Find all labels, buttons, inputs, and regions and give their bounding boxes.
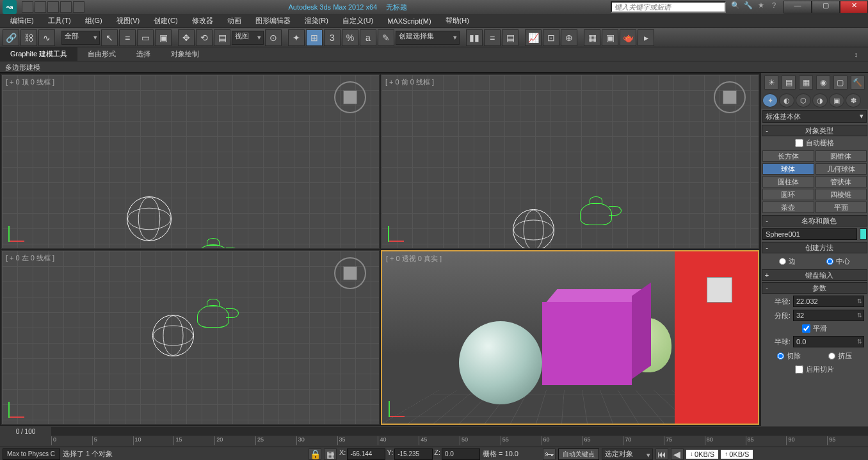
selection-filter-combo[interactable]: 全部 <box>61 31 100 45</box>
viewport-top-label[interactable]: [ + 0 顶 0 线框 ] <box>6 77 54 87</box>
viewport-front[interactable]: [ + 0 前 0 线框 ] <box>381 74 759 249</box>
render-frame-icon[interactable]: ▣ <box>602 29 618 46</box>
radio-chop[interactable]: 切除 <box>777 351 801 361</box>
render-icon[interactable]: 🫖 <box>620 29 636 46</box>
radius-spinner[interactable]: 22.032 <box>793 296 864 307</box>
motion-tab-icon[interactable]: ◑ <box>812 93 828 107</box>
menu-views[interactable]: 视图(V) <box>110 15 147 27</box>
time-ruler[interactable]: 0510152025303540455055606570758085909510… <box>0 436 868 447</box>
material-icon[interactable]: ⊕ <box>561 29 577 46</box>
x-field[interactable]: -66.144 <box>347 448 385 460</box>
help-search-input[interactable] <box>611 1 726 13</box>
segments-spinner[interactable]: 32 <box>793 310 864 321</box>
prev-frame-icon[interactable]: ◀ <box>671 448 684 460</box>
radio-squash[interactable]: 挤压 <box>828 351 852 361</box>
hammer-icon[interactable]: 🔨 <box>851 75 865 90</box>
maximize-button[interactable]: ▢ <box>812 1 840 13</box>
tab-freeform[interactable]: 自由形式 <box>77 47 126 61</box>
select-rect-icon[interactable]: ▭ <box>137 29 154 46</box>
lock-icon[interactable]: ▦ <box>799 75 813 90</box>
star-icon[interactable]: ★ <box>755 1 767 13</box>
primitive-category-combo[interactable]: 标准基本体 <box>762 110 867 123</box>
curve-editor-icon[interactable]: 📈 <box>525 29 542 46</box>
binoculars-icon[interactable]: 🔍 <box>730 1 741 13</box>
menu-rendering[interactable]: 渲染(R) <box>298 15 335 27</box>
prim-tube[interactable]: 管状体 <box>816 176 867 187</box>
radio-center[interactable]: 中心 <box>826 257 850 266</box>
time-track[interactable] <box>51 427 868 436</box>
menu-animation[interactable]: 动画 <box>221 15 248 27</box>
link-icon[interactable]: 🔗 <box>3 29 19 46</box>
tab-paint[interactable]: 对象绘制 <box>161 47 209 61</box>
object-name-input[interactable] <box>762 228 857 240</box>
qat-redo[interactable] <box>73 1 84 13</box>
teapot-wireframe[interactable] <box>188 238 239 249</box>
prim-teapot[interactable]: 茶壶 <box>762 202 814 213</box>
spinner-snap-icon[interactable]: a <box>360 29 376 46</box>
sphere-wireframe[interactable] <box>127 196 172 241</box>
tab-selection[interactable]: 选择 <box>126 47 161 61</box>
modify-tab-icon[interactable]: ◐ <box>779 93 794 107</box>
create-tab-icon[interactable]: ✦ <box>762 93 778 107</box>
viewcube-front[interactable] <box>714 81 746 113</box>
schematic-icon[interactable]: ⊡ <box>543 29 559 46</box>
angle-snap-icon[interactable]: 3 <box>324 29 341 46</box>
named-selection-combo[interactable]: 创建选择集 <box>396 31 460 45</box>
rollout-object-type[interactable]: -对象类型 <box>762 125 867 136</box>
prim-pyramid[interactable]: 四棱锥 <box>816 189 867 200</box>
rollout-keyboard-entry[interactable]: +键盘输入 <box>762 269 867 281</box>
viewport-persp-label[interactable]: [ + 0 透视 0 真实 ] <box>386 254 442 264</box>
align-icon[interactable]: ≡ <box>484 29 501 46</box>
lock-selection-icon[interactable]: 🔒 <box>309 448 321 460</box>
bind-icon[interactable]: ∿ <box>38 29 55 46</box>
prim-geosphere[interactable]: 几何球体 <box>816 163 867 175</box>
menu-maxscript[interactable]: MAXScript(M) <box>381 16 437 26</box>
ribbon-toggle-icon[interactable]: ↕ <box>844 49 869 60</box>
move-icon[interactable]: ✥ <box>178 29 195 46</box>
qat-open[interactable] <box>35 1 46 13</box>
menu-group[interactable]: 组(G) <box>79 15 109 27</box>
autogrid-checkbox[interactable]: 自动栅格 <box>761 137 868 149</box>
goto-start-icon[interactable]: ⏮ <box>655 448 668 460</box>
display-icon[interactable]: ◉ <box>816 75 830 90</box>
viewcube-left[interactable] <box>334 257 366 289</box>
rotate-icon[interactable]: ⟲ <box>196 29 213 46</box>
unlink-icon[interactable]: ⛓ <box>20 29 37 46</box>
viewport-front-label[interactable]: [ + 0 前 0 线框 ] <box>385 77 434 87</box>
menu-create[interactable]: 创建(C) <box>147 15 184 27</box>
keyfilter-combo[interactable]: 选定对象 <box>602 448 653 460</box>
viewport-left[interactable]: [ + 0 左 0 线框 ] <box>1 250 380 425</box>
manipulate-icon[interactable]: ✦ <box>288 29 305 46</box>
prim-cone[interactable]: 圆锥体 <box>816 150 867 162</box>
render-preview-icon[interactable]: ▤ <box>782 75 796 90</box>
utilities-tab-icon[interactable]: ✽ <box>846 93 861 107</box>
percent-snap-icon[interactable]: % <box>342 29 358 46</box>
pivot-icon[interactable]: ⊙ <box>265 29 282 46</box>
key-icon[interactable]: 🔧 <box>743 1 754 13</box>
abs-rel-icon[interactable]: ▦ <box>324 448 337 460</box>
prim-plane[interactable]: 平面 <box>816 202 867 213</box>
menu-edit[interactable]: 编辑(E) <box>4 15 40 27</box>
smooth-checkbox[interactable]: 平滑 <box>761 322 868 335</box>
key-mode-icon[interactable]: 🗝 <box>543 448 556 460</box>
close-button[interactable]: ✕ <box>840 1 868 13</box>
qat-save[interactable] <box>47 1 59 13</box>
render-prod-icon[interactable]: ▸ <box>638 29 654 46</box>
rollout-parameters[interactable]: -参数 <box>762 282 867 294</box>
viewport-perspective[interactable]: [ + 0 透视 0 真实 ] <box>381 250 759 425</box>
render-setup-icon[interactable]: ▦ <box>584 29 600 46</box>
object-color-swatch[interactable] <box>860 228 867 240</box>
qat-new[interactable] <box>22 1 33 13</box>
menu-tools[interactable]: 工具(T) <box>42 15 77 27</box>
teapot-wireframe[interactable] <box>570 196 622 228</box>
menu-modifiers[interactable]: 修改器 <box>186 15 220 27</box>
radio-edge[interactable]: 边 <box>779 257 796 266</box>
tab-graphite[interactable]: Graphite 建模工具 <box>0 47 77 61</box>
snap-icon[interactable]: ⊞ <box>306 29 323 46</box>
z-field[interactable]: 0.0 <box>442 448 480 460</box>
viewcube-persp[interactable] <box>707 277 732 303</box>
ref-coord-combo[interactable]: 视图 <box>232 31 264 45</box>
monitor-icon[interactable]: ▢ <box>833 75 848 90</box>
rollout-creation-method[interactable]: -创建方法 <box>762 242 867 253</box>
slice-checkbox[interactable]: 启用切片 <box>761 363 868 376</box>
